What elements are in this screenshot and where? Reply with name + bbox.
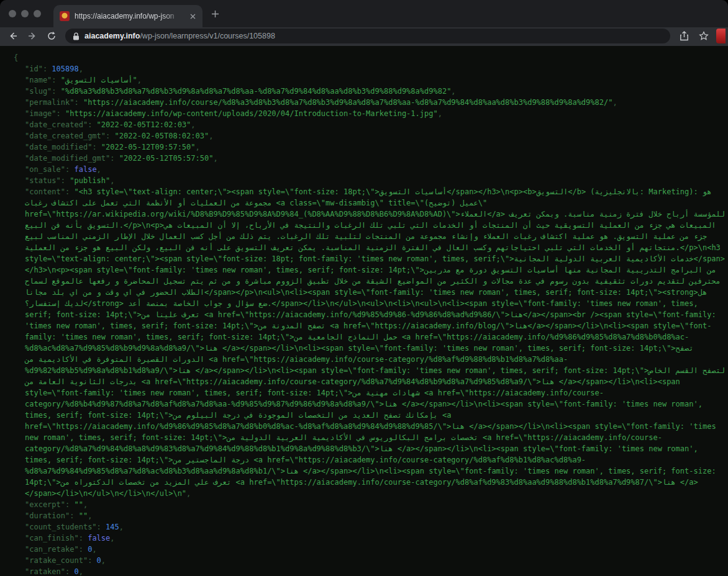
json-field-id: "id": 105898,	[14, 63, 727, 74]
json-field-status: "status": "publish",	[14, 175, 727, 186]
site-favicon-icon	[60, 11, 70, 21]
bookmark-star-button[interactable]	[694, 28, 712, 44]
url-path: /wp-json/learnpress/v1/courses/105898	[140, 32, 275, 40]
browser-profile-badge[interactable]	[716, 29, 726, 43]
tab-close-icon[interactable]	[188, 11, 198, 21]
json-page[interactable]: {"id": 105898,"name": "أساسيات التسويق",…	[0, 46, 728, 576]
json-field-ratake_count: "ratake_count": 0,	[14, 555, 727, 566]
json-field-can_retake: "can_retake": 0,	[14, 544, 727, 555]
json-field-on_sale: "on_sale": false,	[14, 164, 727, 175]
json-field-date_created_gmt: "date_created_gmt": "2022-02-05T08:02:03…	[14, 130, 727, 142]
json-field-can_finish: "can_finish": false,	[14, 533, 727, 544]
json-field-date_created: "date_created": "2022-02-05T12:02:03",	[14, 119, 727, 130]
json-field-date_modified: "date_modified": "2022-05-12T09:57:50",	[14, 142, 727, 153]
forward-icon	[27, 31, 37, 41]
tab-title: https://aiacademy.info/wp-json	[75, 12, 183, 20]
json-field-duration: "duration": "",	[14, 510, 727, 521]
forward-button[interactable]	[23, 28, 41, 44]
json-field-excerpt: "excerpt": "",	[14, 499, 727, 510]
browser-tab[interactable]: https://aiacademy.info/wp-json	[53, 5, 202, 27]
share-icon	[680, 31, 689, 41]
back-button[interactable]	[4, 28, 22, 44]
url-text: aiacademy.info/wp-json/learnpress/v1/cou…	[84, 32, 275, 40]
window-zoom-button[interactable]	[34, 10, 41, 17]
share-button[interactable]	[675, 28, 693, 44]
window-close-button[interactable]	[9, 10, 16, 17]
json-field-count_students: "count_students": 145,	[14, 521, 727, 533]
json-body: {"id": 105898,"name": "أساسيات التسويق",…	[0, 46, 728, 576]
json-field-slug: "slug": "%d8%a3%d8%b3%d8%a7%d8%b3%d9%8a%…	[14, 86, 727, 97]
json-open-brace: {	[14, 52, 727, 63]
address-bar[interactable]: aiacademy.info/wp-json/learnpress/v1/cou…	[65, 29, 670, 43]
json-field-content: "content": "<h3 style=\"text-align: cent…	[14, 186, 727, 499]
reload-button[interactable]	[42, 28, 60, 44]
star-icon	[699, 31, 709, 41]
reload-icon	[47, 31, 57, 41]
json-field-date_modified_gmt: "date_modified_gmt": "2022-05-12T05:57:5…	[14, 153, 727, 164]
browser-toolbar: aiacademy.info/wp-json/learnpress/v1/cou…	[0, 27, 728, 46]
window-minimize-button[interactable]	[21, 10, 29, 17]
browser-window: https://aiacademy.info/wp-json	[0, 0, 728, 576]
new-tab-button[interactable]	[206, 5, 224, 22]
url-domain: aiacademy.info	[84, 32, 140, 40]
json-field-permalink: "permalink": "https://aiacademy.info/cou…	[14, 97, 727, 108]
back-icon	[8, 31, 18, 41]
lock-icon	[73, 32, 80, 40]
json-field-rataken: "rataken": 0,	[14, 566, 727, 576]
traffic-lights	[0, 10, 53, 17]
tab-strip: https://aiacademy.info/wp-json	[0, 0, 728, 27]
json-field-name: "name": "أساسيات التسويق",	[14, 74, 727, 86]
json-field-image: "image": "https://aiacademy.info/wp-cont…	[14, 108, 727, 119]
